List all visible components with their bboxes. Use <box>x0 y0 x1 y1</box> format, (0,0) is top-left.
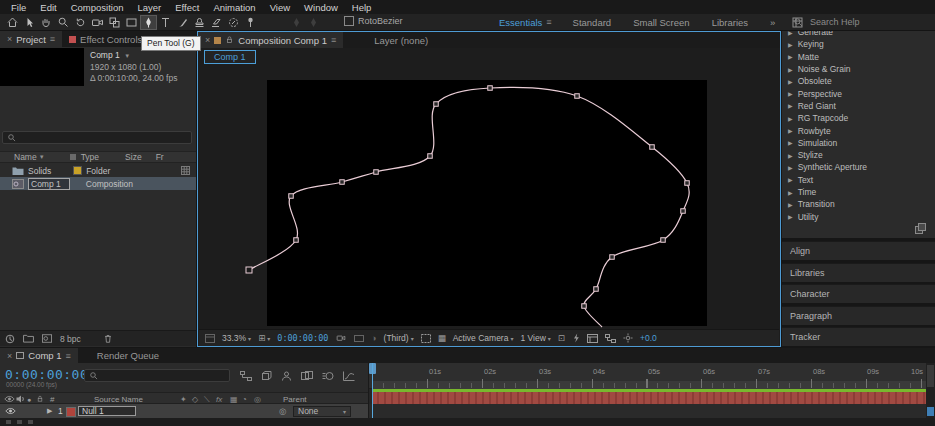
show-channel-icon[interactable]: ◑ <box>371 333 376 343</box>
workspace-overflow-icon[interactable]: » <box>759 17 786 28</box>
tab-render-queue[interactable]: Render Queue <box>90 348 166 363</box>
label-column-icon[interactable] <box>69 153 77 161</box>
column-index[interactable]: # <box>50 395 54 404</box>
pick-whip-icon[interactable]: ◎ <box>279 406 286 416</box>
view-layout-dropdown[interactable]: 1 View▾ <box>520 333 550 343</box>
workspace-libraries[interactable]: Libraries <box>701 17 759 28</box>
interpret-footage-icon[interactable] <box>5 334 15 344</box>
workspace-small-screen[interactable]: Small Screen <box>622 17 701 28</box>
project-item-solids[interactable]: Solids Folder <box>0 164 196 177</box>
timeline-search-field[interactable] <box>84 369 230 382</box>
help-search[interactable] <box>793 15 904 29</box>
layer-name[interactable]: Null 1 <box>78 406 136 416</box>
zoom-slider-icon[interactable] <box>28 420 33 424</box>
current-time-button[interactable]: 0:00:00:00 <box>277 333 328 343</box>
menu-item-window[interactable]: Window <box>297 2 345 13</box>
rectangle-tool[interactable] <box>123 15 140 30</box>
close-icon[interactable]: × <box>7 351 12 361</box>
help-search-input[interactable] <box>808 16 904 28</box>
trash-icon[interactable] <box>103 333 113 344</box>
effects-category-rg-trapcode[interactable]: ▶RG Trapcode <box>782 112 935 124</box>
rotobezier-toggle[interactable]: RotoBezier <box>344 16 403 26</box>
column-frame[interactable]: Fr <box>156 152 164 162</box>
menu-item-effect[interactable]: Effect <box>168 2 206 13</box>
tab-timeline-comp1[interactable]: × Comp 1 ≡ <box>0 348 78 363</box>
zoom-tool[interactable] <box>55 15 72 30</box>
selected-comp-name[interactable]: Comp 1 <box>90 50 120 60</box>
menu-item-view[interactable]: View <box>263 2 297 13</box>
menu-item-animation[interactable]: Animation <box>206 2 262 13</box>
always-preview-icon[interactable] <box>205 334 215 343</box>
layer-visibility-icon[interactable] <box>5 407 16 415</box>
panel-menu-icon[interactable]: ≡ <box>331 35 336 45</box>
grid-guides-button[interactable]: ⊞▾ <box>258 333 270 343</box>
brush-tool[interactable] <box>174 15 191 30</box>
timeline-button-icon[interactable] <box>587 334 598 343</box>
tab-composition[interactable]: × Composition Comp 1 ≡ <box>198 32 343 48</box>
column-name[interactable]: Name <box>0 152 37 162</box>
time-ruler[interactable]: 01s 02s 03s 04s 05s 06s 07s 08s 09s 10s <box>369 363 927 389</box>
workspace-menu-icon[interactable]: ≡ <box>546 17 561 27</box>
layer-parent-dropdown[interactable]: None ▾ <box>293 406 351 417</box>
effects-category-matte[interactable]: ▶Matte <box>782 51 935 63</box>
project-search-field[interactable] <box>2 131 192 144</box>
effects-category-simulation[interactable]: ▶Simulation <box>782 137 935 149</box>
panel-menu-icon[interactable]: ≡ <box>66 351 71 361</box>
menu-item-edit[interactable]: Edit <box>33 2 63 13</box>
column-size[interactable]: Size <box>125 152 142 162</box>
eraser-tool[interactable] <box>208 15 225 30</box>
close-icon[interactable]: × <box>205 35 210 45</box>
playhead-line[interactable] <box>372 363 373 418</box>
layer-expander-icon[interactable]: ▶ <box>47 407 52 415</box>
graph-editor-icon[interactable] <box>343 371 355 381</box>
menu-item-composition[interactable]: Composition <box>64 2 131 13</box>
effects-category-red-giant[interactable]: ▶Red Giant <box>782 100 935 112</box>
workspace-essentials[interactable]: Essentials <box>488 17 546 28</box>
panel-menu-icon[interactable]: ≡ <box>50 34 55 44</box>
frame-blend-icon[interactable] <box>301 371 313 381</box>
tab-layer[interactable]: Layer (none) <box>367 32 435 48</box>
snapshot-button[interactable] <box>335 333 347 343</box>
menu-item-layer[interactable]: Layer <box>131 2 169 13</box>
effects-category-time[interactable]: ▶Time <box>782 186 935 198</box>
align-panel-header[interactable]: Align <box>782 241 935 260</box>
column-parent[interactable]: Parent <box>283 395 307 404</box>
hand-tool[interactable] <box>38 15 55 30</box>
effects-category-text[interactable]: ▶Text <box>782 174 935 186</box>
pixel-aspect-icon[interactable]: ⊡ <box>558 333 565 343</box>
effects-category-transition[interactable]: ▶Transition <box>782 198 935 210</box>
flowchart-icon[interactable] <box>605 334 616 343</box>
exposure-value[interactable]: +0.0 <box>640 333 657 343</box>
type-tool[interactable] <box>157 15 174 30</box>
layer-label-color[interactable] <box>66 407 76 417</box>
workspace-standard[interactable]: Standard <box>562 17 623 28</box>
column-source-name[interactable]: Source Name <box>94 395 143 404</box>
shy-icon[interactable] <box>281 371 292 381</box>
comp-flowchart-icon[interactable] <box>240 371 252 381</box>
panel-stack-icon[interactable] <box>915 223 926 234</box>
project-item-comp1[interactable]: Comp 1 Composition <box>0 177 196 190</box>
home-tool[interactable] <box>4 15 21 30</box>
effects-category-keying[interactable]: ▶Keying <box>782 38 935 50</box>
pan-behind-tool[interactable] <box>106 15 123 30</box>
viewer-comp-tab[interactable]: Comp 1 <box>204 50 256 64</box>
tab-effect-controls[interactable]: Effect Controls <box>62 31 149 47</box>
menu-item-help[interactable]: Help <box>345 2 379 13</box>
reset-exposure-icon[interactable] <box>623 333 633 343</box>
effects-category-generate[interactable]: ▶Generate <box>782 31 935 38</box>
libraries-panel-header[interactable]: Libraries <box>782 263 935 282</box>
expand-in-out-icon[interactable] <box>17 420 22 424</box>
column-type[interactable]: Type <box>81 152 99 162</box>
menu-item-file[interactable]: File <box>4 2 33 13</box>
orbit-camera-tool[interactable] <box>72 15 89 30</box>
bit-depth-button[interactable]: 8 bpc <box>60 334 81 344</box>
effects-category-noise-grain[interactable]: ▶Noise & Grain <box>782 63 935 75</box>
fast-previews-icon[interactable] <box>572 333 580 343</box>
label-color-swatch[interactable] <box>73 166 82 175</box>
selection-tool[interactable] <box>21 15 38 30</box>
new-composition-icon[interactable] <box>42 334 52 343</box>
camera-tool[interactable] <box>89 15 106 30</box>
layer-row-1[interactable]: ▶ 1 Null 1 ◎ None ▾ <box>0 404 368 418</box>
clone-stamp-tool[interactable] <box>191 15 208 30</box>
effects-category-perspective[interactable]: ▶Perspective <box>782 87 935 99</box>
